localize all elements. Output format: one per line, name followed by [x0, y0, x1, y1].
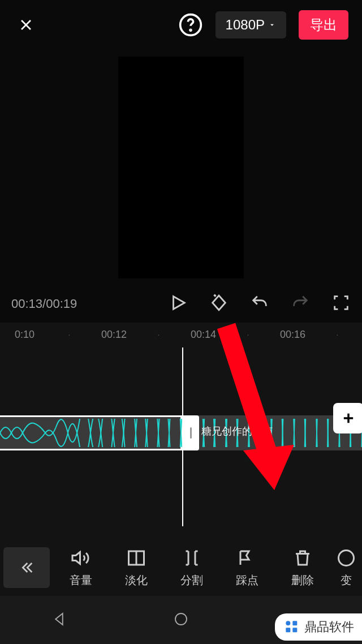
fullscreen-button[interactable] — [331, 293, 351, 315]
undo-button[interactable] — [250, 293, 269, 315]
resolution-label: 1080P — [226, 17, 265, 33]
nav-home-button[interactable] — [173, 611, 189, 630]
export-label: 导出 — [310, 17, 337, 32]
tool-fade[interactable]: 淡化 — [109, 548, 164, 588]
tool-delete[interactable]: 删除 — [275, 548, 330, 588]
svg-rect-9 — [292, 628, 297, 632]
tool-split[interactable]: 分割 — [164, 548, 219, 588]
waveform-icon — [0, 419, 362, 447]
redo-button[interactable] — [291, 293, 310, 315]
time-ruler: 0:10 · 00:12 · 00:14 · 00:16 · — [0, 323, 362, 346]
tool-beat[interactable]: 踩点 — [219, 548, 275, 588]
svg-point-4 — [175, 613, 187, 625]
preview-frame — [118, 57, 244, 278]
resolution-button[interactable]: 1080P — [216, 11, 286, 38]
add-clip-button[interactable] — [333, 403, 362, 433]
timeline[interactable]: 0:10 · 00:12 · 00:14 · 00:16 · 糖兄创作的原声 — [0, 323, 362, 553]
svg-point-6 — [286, 621, 290, 625]
time-display: 00:13/00:19 — [11, 297, 152, 311]
close-button[interactable] — [14, 12, 38, 37]
audio-label: 糖兄创作的原声 — [201, 424, 273, 438]
play-button[interactable] — [169, 293, 188, 315]
svg-point-1 — [190, 29, 191, 31]
tool-transform[interactable]: 变 — [330, 548, 362, 588]
watermark-text: 鼎品软件 — [304, 619, 354, 636]
preview-area[interactable] — [0, 50, 362, 285]
watermark-logo-icon — [283, 618, 301, 636]
help-button[interactable] — [178, 12, 203, 37]
playhead[interactable] — [182, 347, 183, 526]
export-button[interactable]: 导出 — [299, 10, 348, 40]
svg-rect-8 — [286, 628, 290, 632]
clip-handle[interactable] — [182, 415, 199, 450]
watermark: 鼎品软件 — [275, 613, 362, 641]
nav-back-button[interactable] — [52, 611, 69, 630]
tool-volume[interactable]: 音量 — [53, 548, 109, 588]
keyframe-button[interactable] — [209, 293, 229, 315]
svg-point-3 — [339, 550, 354, 565]
back-button[interactable] — [3, 547, 50, 588]
svg-rect-7 — [292, 621, 297, 625]
